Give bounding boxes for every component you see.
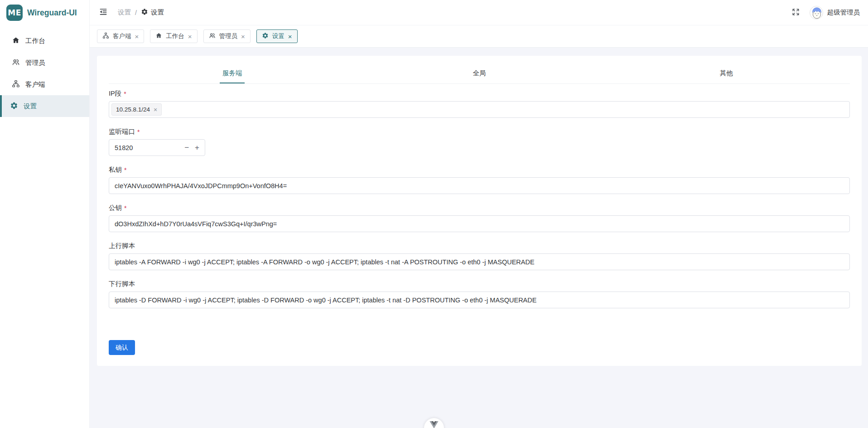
sidebar: ME Wireguard-UI 工作台 管理员 客户端 设置 [0,0,90,428]
required-mark: * [124,204,126,212]
private-key-row: 私钥* [109,166,850,194]
ip-range-label: IP段* [109,90,850,97]
up-script-row: 上行脚本 [109,242,850,270]
up-script-input[interactable] [109,253,850,270]
tab-other[interactable]: 其他 [603,69,850,83]
sidebar-menu: 工作台 管理员 客户端 设置 [0,25,89,117]
tab-server[interactable]: 服务端 [109,69,356,83]
app-title: Wireguard-UI [27,8,77,18]
private-key-label: 私钥* [109,166,850,174]
gear-icon [141,8,148,17]
sidebar-item-workbench[interactable]: 工作台 [0,30,89,52]
close-icon[interactable]: × [241,33,245,40]
up-script-label: 上行脚本 [109,242,850,250]
gear-icon [10,102,18,111]
public-key-input[interactable] [109,215,850,232]
required-mark: * [124,166,126,174]
users-icon [12,58,20,68]
tag-close-icon[interactable]: × [154,107,157,113]
sidebar-item-admins[interactable]: 管理员 [0,52,89,73]
breadcrumb: 设置 / 设置 [118,8,164,17]
home-icon [12,36,20,46]
breadcrumb-parent[interactable]: 设置 [118,8,131,17]
tag-chip-clients[interactable]: 客户端 × [97,29,144,43]
avatar[interactable] [810,6,823,19]
tag-chip-label: 设置 [272,32,285,40]
close-icon[interactable]: × [288,33,292,40]
gear-icon [262,32,269,40]
sidebar-item-label: 工作台 [25,37,45,45]
listen-port-label: 监听端口* [109,128,850,136]
down-script-input[interactable] [109,292,850,308]
tag-chip-settings[interactable]: 设置 × [256,29,298,43]
fullscreen-button[interactable] [791,8,801,18]
sidebar-item-label: 设置 [24,102,37,111]
app-logo: ME Wireguard-UI [0,0,89,25]
public-key-label: 公钥* [109,204,850,212]
port-stepper: − + [184,139,199,156]
public-key-row: 公钥* [109,204,850,232]
required-mark: * [137,128,140,136]
collapse-sidebar-button[interactable] [99,7,110,18]
tag-chip-admins[interactable]: 管理员 × [203,29,251,43]
settings-tabs: 服务端 全局 其他 [109,56,850,84]
tag-chip-label: 客户端 [113,32,131,40]
breadcrumb-separator: / [135,9,137,16]
content-area: 服务端 全局 其他 IP段* 10.25.8.1/24 × [90,48,868,428]
listen-port-row: 监听端口* − + [109,128,850,156]
tag-chip-workbench[interactable]: 工作台 × [150,29,197,43]
tagbar: 客户端 × 工作台 × 管理员 × 设置 × [90,25,868,48]
minus-icon[interactable]: − [184,144,189,151]
down-script-label: 下行脚本 [109,280,850,288]
main-column: 设置 / 设置 超级管理员 客户端 × [90,0,868,428]
header: 设置 / 设置 超级管理员 [90,0,868,25]
sidebar-item-settings[interactable]: 设置 [0,95,89,117]
home-icon [155,32,162,40]
fullscreen-expand-icon [791,10,800,18]
users-icon [209,32,216,40]
breadcrumb-current[interactable]: 设置 [141,8,164,17]
ip-range-input[interactable]: 10.25.8.1/24 × [109,101,850,118]
sitemap-icon [102,32,109,40]
chevron-down-icon [429,421,439,428]
close-icon[interactable]: × [135,33,139,40]
sidebar-item-label: 管理员 [25,58,45,67]
confirm-button[interactable]: 确认 [109,340,135,355]
plus-icon[interactable]: + [195,144,199,151]
sitemap-icon [12,80,20,89]
close-icon[interactable]: × [188,33,192,40]
down-script-row: 下行脚本 [109,280,850,308]
tag-chip-label: 工作台 [166,32,184,40]
tab-global[interactable]: 全局 [356,69,603,83]
breadcrumb-current-label: 设置 [151,8,164,17]
server-settings-form: IP段* 10.25.8.1/24 × 监听端口* [109,84,850,355]
ip-range-row: IP段* 10.25.8.1/24 × [109,90,850,118]
private-key-input[interactable] [109,177,850,194]
settings-card: 服务端 全局 其他 IP段* 10.25.8.1/24 × [97,56,862,366]
sidebar-item-label: 客户端 [25,80,45,89]
current-user-name[interactable]: 超级管理员 [827,8,860,17]
ip-range-tag: 10.25.8.1/24 × [111,103,162,116]
sidebar-item-clients[interactable]: 客户端 [0,73,89,95]
tag-chip-label: 管理员 [219,32,238,40]
logo-icon: ME [6,5,23,21]
indent-collapse-icon [99,7,108,18]
required-mark: * [124,90,126,97]
